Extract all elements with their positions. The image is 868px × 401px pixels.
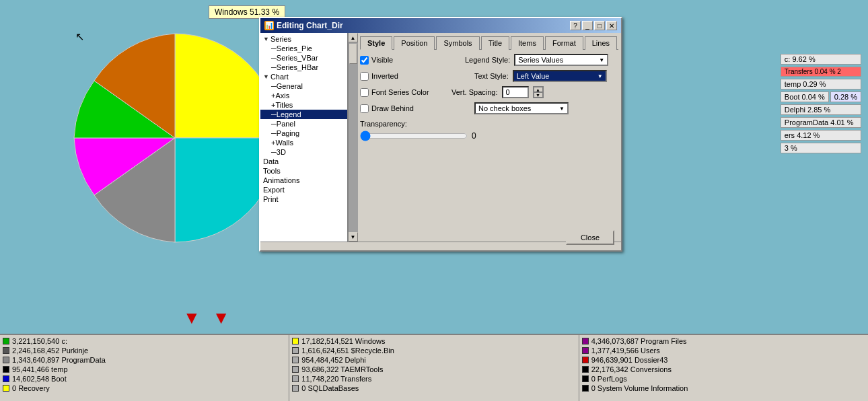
tab-title[interactable]: Title: [481, 36, 509, 50]
chart-label-ers: ers 4.12 %: [781, 130, 861, 141]
expand-series: ▼: [263, 36, 269, 42]
swatch-users: [582, 347, 589, 354]
tabs-container: Style Position Symbols Title Items Forma…: [360, 36, 618, 50]
tree-item-series-hbar[interactable]: ─ Series_HBar: [260, 63, 347, 72]
tree-item-legend[interactable]: ─ Legend: [260, 110, 347, 119]
draw-behind-checkbox-label[interactable]: Draw Behind: [360, 104, 441, 113]
dialog-app-icon: 📊: [264, 21, 274, 30]
bottom-column-1: 3,221,150,540 c: 2,246,168,452 Purkinje …: [0, 335, 289, 401]
font-series-checkbox[interactable]: [360, 88, 369, 97]
tab-position[interactable]: Position: [394, 36, 435, 50]
tab-format[interactable]: Format: [545, 36, 583, 50]
tree-item-print[interactable]: Print: [260, 194, 347, 204]
inverted-label-text: Inverted: [371, 72, 398, 80]
help-button[interactable]: ?: [570, 21, 581, 30]
draw-behind-row: Draw Behind No check boxes ▼: [360, 102, 618, 114]
tree-item-export[interactable]: Export: [260, 185, 347, 194]
chart-labels-container: c: 9.62 % Transfers 0.04 % 2 temp 0.29 %…: [781, 54, 861, 153]
close-button[interactable]: ✕: [606, 21, 617, 30]
visible-checkbox-label[interactable]: Visible: [360, 56, 441, 65]
bottom-row-1-1: 3,221,150,540 c:: [3, 336, 286, 346]
maximize-button[interactable]: □: [594, 21, 605, 30]
tree-item-chart[interactable]: ▼ Chart: [260, 72, 347, 81]
scroll-down-btn[interactable]: ▼: [349, 232, 358, 242]
tree-item-animations[interactable]: Animations: [260, 176, 347, 185]
dialog-footer: Close: [260, 242, 621, 250]
tree-label-general: General: [277, 82, 303, 90]
spinner-up[interactable]: ▲: [534, 87, 543, 92]
tree-item-data[interactable]: Data: [260, 157, 347, 166]
dialog-body: ▼ Series ─ Series_Pie ─ Series_VBar ─ Se…: [260, 33, 621, 242]
tab-symbols[interactable]: Symbols: [436, 36, 479, 50]
minimize-button[interactable]: _: [582, 21, 593, 30]
scroll-track[interactable]: [349, 42, 358, 232]
tree-item-walls[interactable]: + Walls: [260, 138, 347, 147]
inverted-checkbox-label[interactable]: Inverted: [360, 72, 441, 81]
bottom-val-conversions: 22,176,342 Conversions: [591, 365, 672, 373]
bottom-val-programfiles: 4,346,073,687 Program Files: [591, 337, 687, 345]
dialog-title-area: 📊 Editing Chart_Dir: [264, 21, 343, 30]
tree-item-paging[interactable]: ─ Paging: [260, 129, 347, 138]
tree-label-series-pie: Series_Pie: [277, 44, 312, 52]
tree-item-tools[interactable]: Tools: [260, 166, 347, 176]
bottom-row-3-5: 0 PerfLogs: [582, 374, 865, 384]
tree-scrollbar-area: ▼ Series ─ Series_Pie ─ Series_VBar ─ Se…: [260, 33, 357, 242]
legend-style-dropdown[interactable]: Series Values ▼: [514, 54, 608, 66]
bottom-val-boot: 14,602,548 Boot: [12, 375, 67, 383]
no-check-boxes-value: No check boxes: [478, 104, 531, 112]
no-check-boxes-dropdown[interactable]: No check boxes ▼: [474, 102, 569, 114]
bottom-row-1-6: 0 Recovery: [3, 384, 286, 393]
visible-checkbox[interactable]: [360, 56, 369, 65]
tree-item-series-vbar[interactable]: ─ Series_VBar: [260, 53, 347, 63]
bottom-val-c: 3,221,150,540 c:: [12, 337, 67, 345]
swatch-purkinje: [3, 347, 9, 354]
chart-label-3pct: 3 %: [781, 143, 861, 153]
tree-item-titles[interactable]: + Titles: [260, 100, 347, 110]
chart-label-boot-group: Boot 0.04 % 0.28 %: [781, 92, 861, 102]
swatch-transfers: [292, 375, 299, 382]
no-check-boxes-arrow: ▼: [559, 106, 565, 112]
tree-scrollbar[interactable]: ▲ ▼: [348, 33, 357, 242]
tree-item-series-pie[interactable]: ─ Series_Pie: [260, 44, 347, 53]
bottom-val-sysvolinfo: 0 System Volume Information: [591, 384, 688, 392]
legend-style-label-text: Legend Style:: [465, 56, 510, 64]
tree-item-axis[interactable]: + Axis: [260, 91, 347, 100]
vert-spacing-input[interactable]: 0: [502, 86, 529, 98]
dialog-title-text: Editing Chart_Dir: [277, 21, 343, 30]
slider-container: 0: [360, 131, 618, 141]
tab-items[interactable]: Items: [511, 36, 544, 50]
tree-label-series-vbar: Series_VBar: [277, 54, 318, 62]
bottom-column-3: 4,346,073,687 Program Files 1,377,419,56…: [579, 335, 868, 401]
swatch-sqldatabases: [292, 385, 299, 392]
inverted-checkbox[interactable]: [360, 72, 369, 81]
tab-style[interactable]: Style: [360, 36, 392, 50]
text-style-dropdown[interactable]: Left Value ▼: [513, 70, 607, 82]
bottom-annotation-arrows: ▼ ▼: [183, 307, 229, 328]
tree-label-animations: Animations: [263, 176, 299, 184]
tree-label-chart: Chart: [270, 73, 289, 81]
tree-item-general[interactable]: ─ General: [260, 81, 347, 91]
tree-item-3d[interactable]: ─ 3D: [260, 147, 347, 157]
swatch-dossier43: [582, 357, 589, 363]
bottom-row-3-6: 0 System Volume Information: [582, 384, 865, 393]
tab-lines[interactable]: Lines: [585, 36, 617, 50]
bottom-row-3-3: 946,639,901 Dossier43: [582, 355, 865, 365]
bottom-row-1-4: 95,441,466 temp: [3, 365, 286, 374]
tree-item-panel[interactable]: ─ Panel: [260, 119, 347, 129]
chart-label-boot: Boot 0.04 %: [781, 92, 829, 102]
close-button-main[interactable]: Close: [566, 230, 614, 245]
font-series-checkbox-label[interactable]: Font Series Color: [360, 88, 441, 97]
transparency-section: Transparency: 0: [360, 120, 618, 141]
transparency-slider[interactable]: [360, 131, 468, 141]
tree-item-series[interactable]: ▼ Series: [260, 34, 347, 44]
scroll-up-btn[interactable]: ▲: [349, 33, 358, 42]
draw-behind-checkbox[interactable]: [360, 104, 369, 113]
tree-label-paging: Paging: [277, 129, 299, 137]
vert-spacing-spinner[interactable]: ▲ ▼: [533, 86, 544, 98]
tree-label-print: Print: [263, 195, 279, 203]
tree-label-series: Series: [270, 35, 291, 43]
bottom-row-1-3: 1,343,640,897 ProgramData: [3, 355, 286, 365]
spinner-down[interactable]: ▼: [534, 92, 543, 98]
dialog-window-controls[interactable]: ? _ □ ✕: [570, 21, 617, 30]
scroll-thumb[interactable]: [349, 44, 357, 64]
